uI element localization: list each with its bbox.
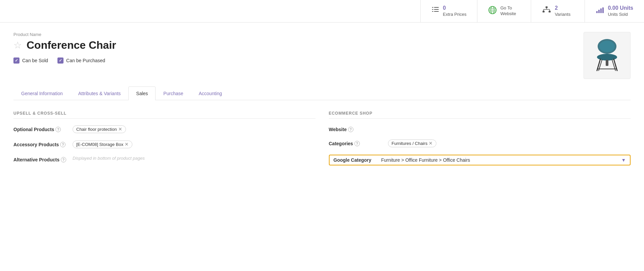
- variants-label: Variants: [555, 12, 570, 17]
- tag-label: Chair floor protection: [76, 127, 117, 132]
- website-text: Go To Website: [500, 5, 516, 17]
- svg-rect-4: [432, 11, 433, 12]
- checkbox-row: ✓ Can be Sold ✓ Can be Purchased: [13, 57, 116, 64]
- svg-rect-3: [434, 9, 439, 10]
- can-be-sold-label: Can be Sold: [22, 58, 48, 63]
- svg-rect-13: [549, 11, 551, 12]
- website-help-icon[interactable]: ?: [348, 127, 353, 132]
- accessory-products-field: Accessory Products ? [E-COM08] Storage B…: [13, 141, 315, 148]
- remove-tag-icon[interactable]: ✕: [118, 127, 122, 131]
- website-label: Website ?: [329, 125, 383, 132]
- go-to-website-label: Go To: [500, 5, 516, 11]
- chair-illustration: [590, 37, 624, 74]
- dropdown-arrow-icon[interactable]: ▼: [621, 157, 626, 163]
- variants-number: 2: [555, 5, 570, 12]
- tab-accounting[interactable]: Accounting: [191, 86, 230, 100]
- content-grid: UPSELL & CROSS-SELL Optional Products ? …: [13, 111, 631, 170]
- svg-rect-1: [434, 7, 439, 8]
- list-icon: [431, 6, 439, 16]
- ecommerce-section: ECOMMERCE SHOP Website ? Categories ? Fu…: [329, 111, 631, 170]
- units-sold-label: Units Sold: [608, 12, 633, 17]
- alternative-products-value: Displayed in bottom of product pages: [73, 156, 315, 161]
- optional-products-value: Chair floor protection ✕: [73, 125, 315, 133]
- svg-rect-21: [602, 7, 604, 13]
- extra-prices-stat[interactable]: 0 Extra Prices: [420, 0, 477, 22]
- product-title-row: ☆ Conference Chair: [13, 39, 116, 51]
- google-category-label: Google Category: [334, 157, 377, 163]
- categories-help-icon[interactable]: ?: [354, 141, 360, 146]
- globe-icon: [488, 6, 497, 16]
- optional-products-field: Optional Products ? Chair floor protecti…: [13, 125, 315, 133]
- units-sold-stat[interactable]: 0.00 Units Units Sold: [585, 0, 644, 22]
- categories-field: Categories ? Furnitures / Chairs ✕: [329, 140, 631, 147]
- alternative-products-placeholder: Displayed in bottom of product pages: [73, 156, 145, 161]
- optional-products-tag-0[interactable]: Chair floor protection ✕: [73, 125, 126, 133]
- upsell-section: UPSELL & CROSS-SELL Optional Products ? …: [13, 111, 315, 170]
- google-category-field[interactable]: Google Category Furniture > Office Furni…: [329, 155, 631, 165]
- can-be-purchased-label: Can be Purchased: [66, 58, 105, 63]
- can-be-purchased-checkbox[interactable]: ✓ Can be Purchased: [57, 57, 105, 64]
- check-mark-2: ✓: [59, 58, 62, 63]
- ecommerce-section-title: ECOMMERCE SHOP: [329, 111, 631, 119]
- chart-icon: [596, 6, 604, 16]
- google-category-value: Furniture > Office Furniture > Office Ch…: [381, 157, 617, 163]
- units-sold-number: 0.00 Units: [608, 5, 633, 12]
- can-be-purchased-box[interactable]: ✓: [57, 57, 63, 64]
- favorite-star-icon[interactable]: ☆: [13, 40, 22, 51]
- product-header: Product Name ☆ Conference Chair ✓ Can be…: [13, 32, 631, 79]
- alternative-products-label: Alternative Products ?: [13, 156, 67, 162]
- product-image[interactable]: [584, 32, 631, 79]
- tab-attributes-variants[interactable]: Attributes & Variants: [71, 86, 129, 100]
- go-to-website-label2: Website: [500, 11, 516, 17]
- tab-general-information[interactable]: General Information: [13, 86, 71, 100]
- product-title: Conference Chair: [27, 39, 116, 51]
- check-mark: ✓: [15, 58, 18, 63]
- upsell-section-title: UPSELL & CROSS-SELL: [13, 111, 315, 119]
- website-field: Website ?: [329, 125, 631, 132]
- alternative-products-help-icon[interactable]: ?: [61, 157, 66, 162]
- product-tabs: General Information Attributes & Variant…: [13, 86, 631, 100]
- tag-label: [E-COM08] Storage Box: [76, 142, 123, 147]
- alternative-products-field: Alternative Products ? Displayed in bott…: [13, 156, 315, 162]
- categories-tag-0[interactable]: Furnitures / Chairs ✕: [388, 140, 437, 147]
- tab-sales[interactable]: Sales: [128, 86, 156, 100]
- optional-products-label: Optional Products ?: [13, 125, 67, 132]
- svg-rect-30: [606, 60, 608, 66]
- units-sold-text: 0.00 Units Units Sold: [608, 5, 633, 17]
- extra-prices-text: 0 Extra Prices: [443, 5, 466, 17]
- variants-stat[interactable]: 2 Variants: [531, 0, 585, 22]
- can-be-sold-box[interactable]: ✓: [13, 57, 19, 64]
- svg-rect-2: [432, 9, 433, 10]
- hierarchy-icon: [542, 6, 551, 16]
- remove-category-tag-icon[interactable]: ✕: [429, 141, 433, 146]
- svg-point-23: [599, 41, 615, 52]
- svg-rect-11: [546, 6, 548, 8]
- variants-text: 2 Variants: [555, 5, 570, 17]
- tag-label: Furnitures / Chairs: [392, 141, 428, 146]
- optional-products-help-icon[interactable]: ?: [55, 127, 61, 132]
- extra-prices-number: 0: [443, 5, 466, 12]
- svg-rect-18: [596, 11, 598, 13]
- svg-rect-0: [432, 7, 433, 8]
- product-title-area: Product Name ☆ Conference Chair ✓ Can be…: [13, 32, 116, 64]
- svg-rect-20: [600, 8, 602, 13]
- tab-purchase[interactable]: Purchase: [156, 86, 191, 100]
- svg-rect-19: [598, 10, 600, 13]
- extra-prices-label: Extra Prices: [443, 12, 466, 17]
- svg-rect-12: [543, 11, 545, 12]
- product-name-label: Product Name: [13, 32, 116, 37]
- stat-bar: 0 Extra Prices Go To Website: [0, 0, 644, 23]
- categories-label: Categories ?: [329, 140, 383, 146]
- categories-value: Furnitures / Chairs ✕: [388, 140, 631, 147]
- remove-tag-icon-2[interactable]: ✕: [125, 142, 129, 147]
- accessory-products-help-icon[interactable]: ?: [60, 142, 66, 147]
- accessory-products-value: [E-COM08] Storage Box ✕: [73, 141, 315, 148]
- svg-rect-5: [434, 11, 439, 12]
- go-to-website-stat[interactable]: Go To Website: [477, 0, 531, 22]
- main-content: Product Name ☆ Conference Chair ✓ Can be…: [0, 23, 644, 179]
- accessory-products-tag-0[interactable]: [E-COM08] Storage Box ✕: [73, 141, 132, 148]
- can-be-sold-checkbox[interactable]: ✓ Can be Sold: [13, 57, 48, 64]
- accessory-products-label: Accessory Products ?: [13, 141, 67, 147]
